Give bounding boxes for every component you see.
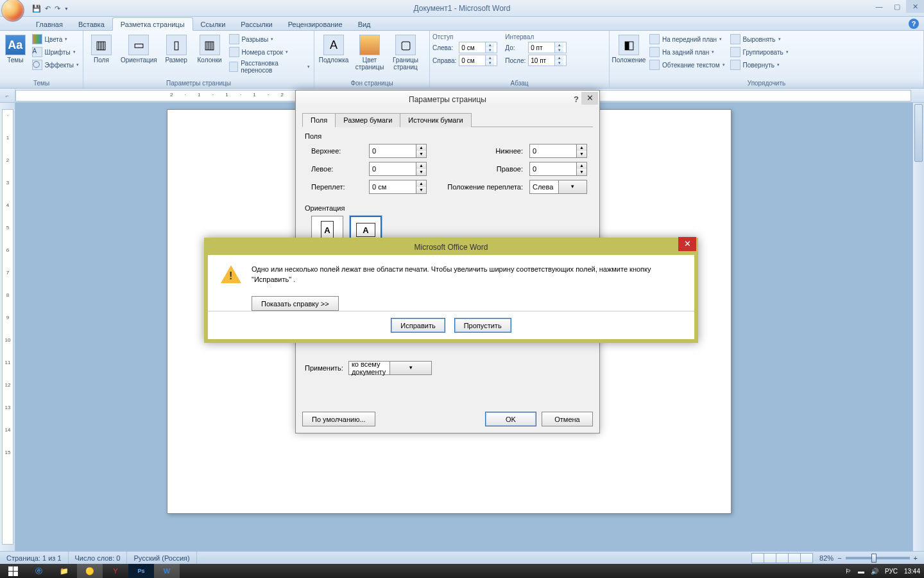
qat-dropdown-icon[interactable]: ▼ <box>64 6 69 11</box>
tab-review[interactable]: Рецензирование <box>280 18 350 30</box>
window-title: Документ1 - Microsoft Word <box>0 4 924 13</box>
page-color-button[interactable]: Цвет страницы <box>353 33 386 72</box>
tab-home[interactable]: Главная <box>28 18 71 30</box>
view-draft[interactable] <box>800 553 813 563</box>
columns-button[interactable]: ▥Колонки <box>194 33 225 65</box>
margin-left-spinner[interactable]: ▲▼ <box>369 162 427 176</box>
show-help-button[interactable]: Показать справку >> <box>252 296 339 311</box>
text-wrap-icon <box>649 60 660 70</box>
position-button[interactable]: ◧Положение <box>612 33 646 65</box>
taskbar-word[interactable]: W <box>154 564 180 578</box>
orientation-button[interactable]: ▭Ориентация <box>119 33 158 65</box>
taskbar-explorer[interactable]: 📁 <box>51 564 77 578</box>
skip-button[interactable]: Пропустить <box>454 318 511 333</box>
zoom-level[interactable]: 82% <box>819 554 834 562</box>
text-wrap-button[interactable]: Обтекание текстом▾ <box>648 59 726 71</box>
margins-icon: ▥ <box>91 35 112 55</box>
rotate-button[interactable]: Повернуть▾ <box>729 59 790 71</box>
tray-flag-icon[interactable]: 🏳 <box>845 568 851 575</box>
group-label-themes: Темы <box>3 78 80 88</box>
tab-references[interactable]: Ссылки <box>193 18 234 30</box>
help-icon[interactable]: ? <box>909 19 919 29</box>
tray-clock[interactable]: 13:44 <box>904 568 920 575</box>
fix-button[interactable]: Исправить <box>391 318 445 333</box>
default-button[interactable]: По умолчанию... <box>302 412 375 426</box>
spacing-after-label: После: <box>505 57 526 64</box>
vertical-ruler[interactable]: ·123456789101112131415 <box>0 103 15 551</box>
size-icon: ▯ <box>166 35 187 55</box>
breaks-button[interactable]: Разрывы▾ <box>228 33 311 45</box>
margin-top-spinner[interactable]: ▲▼ <box>369 144 427 158</box>
tab-mailings[interactable]: Рассылки <box>233 18 280 30</box>
dialog-tab-paper[interactable]: Размер бумаги <box>335 113 400 127</box>
vertical-scrollbar[interactable] <box>912 103 924 551</box>
ok-button[interactable]: OK <box>485 412 536 426</box>
redo-icon[interactable]: ↷ <box>55 4 60 13</box>
indent-left-spinner[interactable]: ▲▼ <box>459 42 497 53</box>
start-button[interactable] <box>0 564 26 578</box>
ribbon-tabs: Главная Вставка Разметка страницы Ссылки… <box>0 17 924 31</box>
theme-fonts-button[interactable]: AШрифты▾ <box>31 46 80 58</box>
send-back-button[interactable]: На задний план▾ <box>648 46 726 58</box>
minimize-button[interactable]: — <box>870 0 888 13</box>
line-numbers-button[interactable]: Номера строк▾ <box>228 46 311 58</box>
tab-page-layout[interactable]: Разметка страницы <box>112 17 193 31</box>
undo-icon[interactable]: ↶ <box>45 4 51 13</box>
hyphenation-button[interactable]: Расстановка переносов▾ <box>228 59 311 74</box>
status-word-count[interactable]: Число слов: 0 <box>69 552 128 564</box>
zoom-slider[interactable] <box>846 557 910 559</box>
gutter-position-label: Положение переплета: <box>433 183 523 191</box>
size-button[interactable]: ▯Размер <box>161 33 192 65</box>
margin-bottom-spinner[interactable]: ▲▼ <box>529 144 587 158</box>
view-full-screen[interactable] <box>764 553 776 563</box>
taskbar-chrome[interactable]: 🟡 <box>77 564 103 578</box>
view-buttons <box>752 553 813 563</box>
bring-front-button[interactable]: На передний план▾ <box>648 33 726 45</box>
dialog-tab-source[interactable]: Источник бумаги <box>400 113 471 127</box>
indent-right-spinner[interactable]: ▲▼ <box>459 55 497 66</box>
cancel-button[interactable]: Отмена <box>542 412 593 426</box>
alert-title-bar[interactable]: Microsoft Office Word ✕ <box>206 240 696 255</box>
status-page[interactable]: Страница: 1 из 1 <box>0 552 69 564</box>
margin-right-spinner[interactable]: ▲▼ <box>529 162 587 176</box>
taskbar-ie[interactable]: ⓔ <box>26 564 51 578</box>
taskbar-yandex[interactable]: Y <box>103 564 128 578</box>
maximize-button[interactable]: ▢ <box>888 0 906 13</box>
ruler-corner[interactable]: ⌐ <box>0 89 15 103</box>
themes-button[interactable]: Aa Темы <box>3 33 28 65</box>
tab-view[interactable]: Вид <box>350 18 379 30</box>
view-web-layout[interactable] <box>776 553 789 563</box>
page-borders-button[interactable]: ▢Границы страниц <box>389 33 422 72</box>
spacing-after-spinner[interactable]: ▲▼ <box>528 55 567 66</box>
tray-volume-icon[interactable]: 🔊 <box>871 568 878 575</box>
dialog-tab-margins[interactable]: Поля <box>302 113 336 127</box>
zoom-in-button[interactable]: + <box>914 554 918 562</box>
tab-insert[interactable]: Вставка <box>71 18 112 30</box>
margins-button[interactable]: ▥Поля <box>86 33 117 65</box>
dialog-help-button[interactable]: ? <box>574 94 579 104</box>
alert-close-button[interactable]: ✕ <box>678 237 696 251</box>
gutter-position-combo[interactable]: Слева▼ <box>529 180 587 194</box>
dialog-close-button[interactable]: ✕ <box>581 92 598 105</box>
theme-colors-button[interactable]: Цвета▾ <box>31 33 80 45</box>
status-language[interactable]: Русский (Россия) <box>127 552 196 564</box>
gutter-spinner[interactable]: ▲▼ <box>369 180 427 194</box>
send-back-icon <box>649 47 660 57</box>
apply-to-combo[interactable]: ко всему документу▼ <box>348 361 432 375</box>
spacing-before-spinner[interactable]: ▲▼ <box>528 42 567 53</box>
theme-effects-button[interactable]: ◯Эффекты▾ <box>31 59 80 71</box>
close-button[interactable]: ✕ <box>906 0 924 13</box>
align-button[interactable]: Выровнять▾ <box>729 33 790 45</box>
view-outline[interactable] <box>788 553 801 563</box>
dialog-title-bar[interactable]: Параметры страницы ? ✕ <box>296 91 599 109</box>
tray-network-icon[interactable]: ▬ <box>858 568 864 575</box>
save-icon[interactable]: 💾 <box>32 4 41 13</box>
view-print-layout[interactable] <box>751 553 764 563</box>
zoom-out-button[interactable]: − <box>837 554 841 562</box>
tray-language[interactable]: РУС <box>885 568 898 575</box>
scrollbar-thumb[interactable] <box>914 104 923 162</box>
watermark-button[interactable]: AПодложка <box>317 33 350 65</box>
group-button[interactable]: Группировать▾ <box>729 46 790 58</box>
taskbar-photoshop[interactable]: Ps <box>128 564 154 578</box>
margin-bottom-label: Нижнее: <box>433 147 523 155</box>
